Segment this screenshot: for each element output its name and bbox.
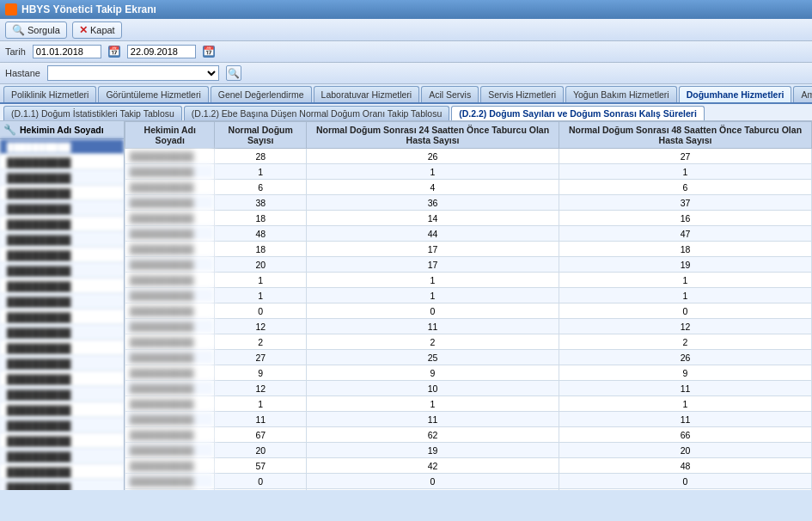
tab-6[interactable]: Yoğun Bakım Hizmetleri <box>565 86 677 102</box>
list-item[interactable]: ██████████ <box>0 356 124 371</box>
tab-1[interactable]: Görüntüleme Hizmetleri <box>98 86 208 102</box>
sub-tab-0[interactable]: (D.1.1) Doğum İstatistikleri Takip Tablo… <box>3 106 182 120</box>
tarih-bitis-input[interactable] <box>127 45 196 58</box>
data-cell-2: 27 <box>559 149 811 164</box>
calendar-icon-start[interactable]: 📅 <box>108 46 120 58</box>
close-icon: ✕ <box>79 24 88 36</box>
list-item[interactable]: ██████████ <box>0 139 124 155</box>
data-cell-2: 0 <box>559 303 811 319</box>
col1-header: Hekimin Adı Soyadı <box>125 122 215 149</box>
col4-header: Normal Doğum Sonrası 48 Saatten Önce Tab… <box>559 122 811 149</box>
list-item[interactable]: ██████████ <box>0 433 124 449</box>
data-cell-2: 19 <box>559 257 811 273</box>
data-cell-0: 38 <box>215 195 307 211</box>
table-row: ██████████111 <box>125 288 812 303</box>
tab-4[interactable]: Acil Servis <box>421 86 479 102</box>
hastane-select[interactable] <box>47 65 219 81</box>
list-item[interactable]: ██████████ <box>0 325 124 340</box>
tab-3[interactable]: Laboratuvar Hizmetleri <box>314 86 420 102</box>
table-row: ██████████181416 <box>125 211 812 226</box>
data-cell-1: 19 <box>307 443 559 458</box>
data-cell-1: 25 <box>307 350 559 365</box>
list-item[interactable]: ██████████ <box>0 279 124 294</box>
data-cell-1: 1 <box>307 396 559 412</box>
data-cell-1: 17 <box>307 257 559 273</box>
data-cell-1: 11 <box>307 319 559 334</box>
data-cell-2: 9 <box>559 365 811 381</box>
name-cell: ██████████ <box>125 180 215 195</box>
hastane-search-button[interactable]: 🔍 <box>226 65 241 81</box>
list-item[interactable]: ██████████ <box>0 217 124 232</box>
list-item[interactable]: ██████████ <box>0 201 124 217</box>
list-item[interactable]: ██████████ <box>0 340 124 356</box>
list-item[interactable]: ██████████ <box>0 232 124 248</box>
sub-tab-1[interactable]: (D.1.2) Ebe Başına Düşen Normal Doğum Or… <box>184 106 449 120</box>
name-cell: ██████████ <box>125 396 215 412</box>
name-cell: ██████████ <box>125 489 215 491</box>
main-content: 🔧 Hekimin Adı Soyadı ███████████████████… <box>0 121 812 490</box>
app-icon <box>5 3 17 15</box>
calendar-icon-end[interactable]: 📅 <box>203 46 215 58</box>
table-row: ██████████181718 <box>125 242 812 257</box>
kapat-button[interactable]: ✕ Kapat <box>72 21 122 39</box>
list-item[interactable]: ██████████ <box>0 371 124 387</box>
sorgula-button[interactable]: 🔍 Sorgula <box>5 21 67 39</box>
tab-0[interactable]: Poliklinik Hizmetleri <box>3 86 96 102</box>
table-row: ██████████000 <box>125 474 812 489</box>
list-item[interactable]: ██████████ <box>0 310 124 325</box>
data-cell-2: 2 <box>559 334 811 350</box>
tab-7[interactable]: Doğumhane Hizmetleri <box>679 86 792 104</box>
data-cell-2: 20 <box>559 443 811 458</box>
tab-8[interactable]: Ameliyathane Hizmetleri <box>793 86 812 102</box>
data-cell-2: 47 <box>559 226 811 242</box>
table-row: ██████████646 <box>125 180 812 195</box>
table-row: ██████████383637 <box>125 195 812 211</box>
data-cell-0: 28 <box>215 149 307 164</box>
table-row: ██████████201719 <box>125 257 812 273</box>
data-cell-0: 57 <box>215 458 307 474</box>
data-table: Hekimin Adı Soyadı Normal Doğum Sayısı N… <box>125 121 812 490</box>
list-item[interactable]: ██████████ <box>0 387 124 402</box>
data-cell-2: 11 <box>559 381 811 396</box>
data-cell-1: 62 <box>307 427 559 443</box>
name-cell: ██████████ <box>125 381 215 396</box>
name-cell: ██████████ <box>125 273 215 288</box>
sorgula-label: Sorgula <box>27 25 60 35</box>
data-cell-2: 12 <box>559 319 811 334</box>
list-item[interactable]: ██████████ <box>0 263 124 279</box>
list-item[interactable]: ██████████ <box>0 248 124 263</box>
data-cell-0: 1 <box>215 273 307 288</box>
tab-5[interactable]: Servis Hizmetleri <box>480 86 564 102</box>
data-cell-1: 14 <box>307 211 559 226</box>
list-item[interactable]: ██████████ <box>0 418 124 433</box>
tarih-baslangic-input[interactable] <box>33 45 101 58</box>
sub-tabs: (D.1.1) Doğum İstatistikleri Takip Tablo… <box>0 104 812 121</box>
col3-header: Normal Doğum Sonrası 24 Saatten Önce Tab… <box>307 122 559 149</box>
list-item[interactable]: ██████████ <box>0 449 124 464</box>
data-cell-0: 48 <box>215 226 307 242</box>
list-item[interactable]: ██████████ <box>0 186 124 201</box>
sub-tab-2[interactable]: (D.2.2) Doğum Sayıları ve Doğum Sonrası … <box>451 106 705 120</box>
data-cell-1: 42 <box>307 458 559 474</box>
data-cell-0: 12 <box>215 381 307 396</box>
data-cell-2: 1 <box>559 164 811 180</box>
list-item[interactable]: ██████████ <box>0 464 124 480</box>
title-bar: HBYS Yönetici Takip Ekranı <box>0 0 812 19</box>
table-row: ██████████111111 <box>125 412 812 427</box>
table-row: ██████████121112 <box>125 319 812 334</box>
list-item[interactable]: ██████████ <box>0 480 124 490</box>
name-cell: ██████████ <box>125 303 215 319</box>
toolbar: 🔍 Sorgula ✕ Kapat <box>0 19 812 41</box>
data-cell-1: 36 <box>307 195 559 211</box>
list-item[interactable]: ██████████ <box>0 170 124 186</box>
tarih-label: Tarih <box>5 46 26 57</box>
list-item[interactable]: ██████████ <box>0 402 124 418</box>
name-cell: ██████████ <box>125 164 215 180</box>
data-cell-0: 1 <box>215 396 307 412</box>
name-cell: ██████████ <box>125 257 215 273</box>
list-item[interactable]: ██████████ <box>0 294 124 310</box>
table-row: ██████████222 <box>125 334 812 350</box>
data-cell-2: 0 <box>559 489 811 491</box>
tab-2[interactable]: Genel Değerlendirme <box>211 86 312 102</box>
list-item[interactable]: ██████████ <box>0 155 124 170</box>
